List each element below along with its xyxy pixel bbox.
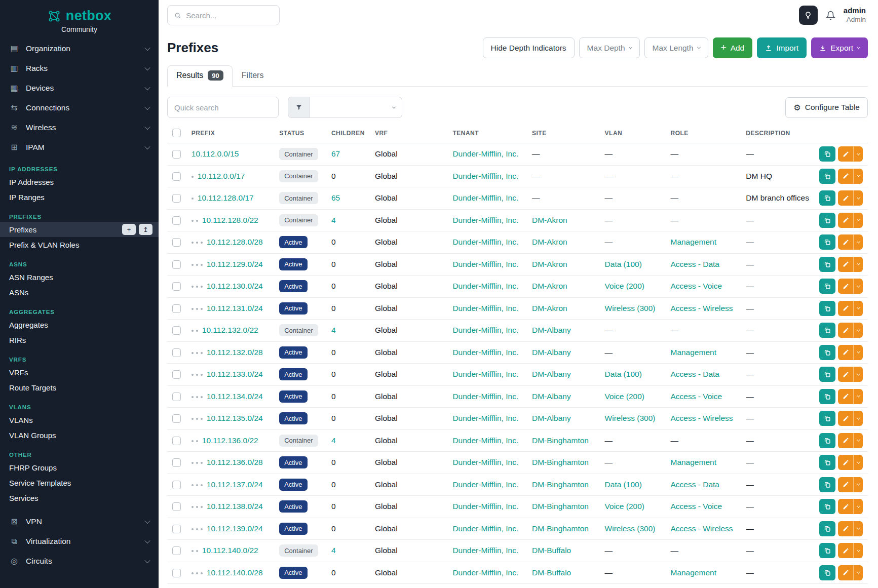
max-length-dropdown[interactable]: Max Length	[644, 37, 708, 58]
column-header[interactable]: PREFIX	[186, 124, 274, 143]
row-checkbox[interactable]	[172, 260, 181, 269]
sidebar-item-devices[interactable]: ▦Devices	[0, 78, 159, 98]
edit-button[interactable]	[838, 146, 853, 162]
site-link[interactable]: DM-Albany	[532, 414, 571, 422]
tenant-link[interactable]: Dunder-Mifflin, Inc.	[452, 392, 518, 401]
row-checkbox[interactable]	[172, 216, 181, 225]
site-link[interactable]: DM-Buffalo	[532, 568, 571, 577]
tenant-link[interactable]: Dunder-Mifflin, Inc.	[452, 260, 518, 268]
prefix-link[interactable]: 10.112.136.0/28	[207, 458, 263, 466]
edit-dropdown-button[interactable]	[853, 190, 863, 206]
edit-dropdown-button[interactable]	[853, 389, 863, 404]
filter-field-select[interactable]	[310, 97, 402, 118]
sidebar-item-fhrp-groups[interactable]: FHRP Groups	[0, 460, 159, 475]
copy-button[interactable]	[819, 323, 835, 338]
edit-dropdown-button[interactable]	[853, 257, 863, 272]
children-link[interactable]: 4	[331, 546, 336, 555]
sidebar-item-virtualization[interactable]: ⧉Virtualization	[0, 531, 159, 551]
column-header[interactable]: SITE	[527, 124, 600, 143]
edit-button[interactable]	[838, 389, 853, 404]
role-link[interactable]: Access - Wireless	[670, 414, 733, 422]
tenant-link[interactable]: Dunder-Mifflin, Inc.	[452, 436, 518, 445]
edit-button[interactable]	[838, 477, 853, 492]
site-link[interactable]: DM-Akron	[532, 216, 567, 224]
configure-table-button[interactable]: ⚙ Configure Table	[785, 97, 868, 118]
vlan-link[interactable]: Wireless (300)	[605, 524, 656, 533]
sidebar-item-ip-addresses[interactable]: IP Addresses	[0, 174, 159, 189]
edit-dropdown-button[interactable]	[853, 543, 863, 558]
children-link[interactable]: 4	[331, 326, 336, 334]
row-checkbox[interactable]	[172, 326, 181, 335]
quick-import-button[interactable]: ↥	[139, 224, 152, 235]
role-link[interactable]: Access - Wireless	[670, 304, 733, 312]
sidebar-item-prefixes[interactable]: Prefixes+↥	[0, 222, 159, 237]
role-link[interactable]: Access - Wireless	[670, 524, 733, 533]
edit-button[interactable]	[838, 213, 853, 228]
sidebar-item-connections[interactable]: ⇆Connections	[0, 98, 159, 117]
site-link[interactable]: DM-Albany	[532, 348, 571, 357]
sidebar-item-circuits[interactable]: ◎Circuits	[0, 551, 159, 571]
prefix-link[interactable]: 10.112.128.0/22	[202, 216, 258, 224]
tenant-link[interactable]: Dunder-Mifflin, Inc.	[452, 458, 518, 466]
row-checkbox[interactable]	[172, 348, 181, 357]
edit-dropdown-button[interactable]	[853, 234, 863, 250]
copy-button[interactable]	[819, 411, 835, 426]
tenant-link[interactable]: Dunder-Mifflin, Inc.	[452, 238, 518, 246]
edit-dropdown-button[interactable]	[853, 301, 863, 316]
row-checkbox[interactable]	[172, 569, 181, 577]
prefix-link[interactable]: 10.112.132.0/28	[207, 348, 263, 357]
column-header[interactable]: TENANT	[447, 124, 527, 143]
row-checkbox[interactable]	[172, 194, 181, 203]
copy-button[interactable]	[819, 433, 835, 448]
filter-button[interactable]	[288, 97, 310, 118]
tenant-link[interactable]: Dunder-Mifflin, Inc.	[452, 348, 518, 357]
column-header[interactable]: VRF	[370, 124, 448, 143]
row-checkbox[interactable]	[172, 150, 181, 159]
row-checkbox[interactable]	[172, 370, 181, 379]
prefix-link[interactable]: 10.112.0.0/17	[198, 172, 245, 180]
export-button[interactable]: Export	[811, 37, 868, 58]
row-checkbox[interactable]	[172, 481, 181, 489]
children-link[interactable]: 67	[331, 149, 340, 158]
prefix-link[interactable]: 10.112.0.0/15	[192, 149, 239, 158]
edit-button[interactable]	[838, 345, 853, 360]
row-checkbox[interactable]	[172, 414, 181, 423]
vlan-link[interactable]: Wireless (300)	[605, 414, 656, 422]
vlan-link[interactable]: Voice (200)	[605, 502, 644, 511]
column-header[interactable]: ROLE	[665, 124, 741, 143]
edit-button[interactable]	[838, 234, 853, 250]
prefix-link[interactable]: 10.112.128.0/28	[207, 238, 263, 246]
user-menu[interactable]: admin Admin	[844, 6, 866, 24]
sidebar-item-ipam[interactable]: ⊞IPAM	[0, 137, 159, 157]
sidebar-item-services[interactable]: Services	[0, 490, 159, 505]
site-link[interactable]: DM-Binghamton	[532, 436, 589, 445]
sidebar-item-vlan-groups[interactable]: VLAN Groups	[0, 427, 159, 443]
edit-dropdown-button[interactable]	[853, 411, 863, 426]
vlan-link[interactable]: Voice (200)	[605, 392, 644, 401]
sidebar-item-racks[interactable]: ▥Racks	[0, 58, 159, 78]
role-link[interactable]: Management	[670, 458, 716, 466]
sidebar-item-prefix-vlan-roles[interactable]: Prefix & VLAN Roles	[0, 237, 159, 252]
add-button[interactable]: +Add	[713, 37, 753, 58]
select-all-checkbox[interactable]	[172, 129, 181, 137]
prefix-link[interactable]: 10.112.135.0/24	[207, 414, 263, 422]
sidebar-item-asns[interactable]: ASNs	[0, 285, 159, 300]
edit-button[interactable]	[838, 301, 853, 316]
sidebar-item-rirs[interactable]: RIRs	[0, 332, 159, 347]
copy-button[interactable]	[819, 234, 835, 250]
copy-button[interactable]	[819, 279, 835, 294]
edit-button[interactable]	[838, 433, 853, 448]
copy-button[interactable]	[819, 521, 835, 536]
edit-button[interactable]	[838, 279, 853, 294]
edit-dropdown-button[interactable]	[853, 455, 863, 470]
edit-dropdown-button[interactable]	[853, 477, 863, 492]
edit-dropdown-button[interactable]	[853, 279, 863, 294]
site-link[interactable]: DM-Binghamton	[532, 458, 589, 466]
tenant-link[interactable]: Dunder-Mifflin, Inc.	[452, 480, 518, 489]
edit-button[interactable]	[838, 455, 853, 470]
sidebar-item-vpn[interactable]: ⊠VPN	[0, 512, 159, 531]
column-header[interactable]: DESCRIPTION	[741, 124, 814, 143]
edit-dropdown-button[interactable]	[853, 345, 863, 360]
search-input[interactable]	[186, 11, 273, 20]
notifications-button[interactable]	[826, 11, 835, 20]
